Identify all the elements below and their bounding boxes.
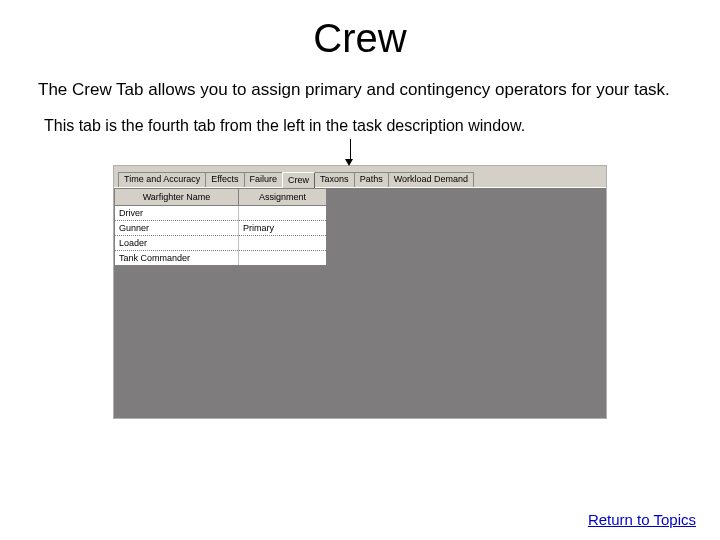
table-row: Driver — [115, 206, 327, 221]
cell-assignment[interactable]: Primary — [239, 221, 327, 236]
tab-time-and-accuracy[interactable]: Time and Accuracy — [118, 172, 206, 187]
tab-taxons[interactable]: Taxons — [314, 172, 355, 187]
crew-grid: Warfighter Name Assignment Driver Gunner… — [114, 188, 327, 266]
sub-text: This tab is the fourth tab from the left… — [0, 111, 720, 141]
cell-name[interactable]: Tank Commander — [115, 251, 239, 266]
tab-workload-demand[interactable]: Workload Demand — [388, 172, 474, 187]
cell-assignment[interactable] — [239, 251, 327, 266]
cell-assignment[interactable] — [239, 236, 327, 251]
table-row: Tank Commander — [115, 251, 327, 266]
tab-paths[interactable]: Paths — [354, 172, 389, 187]
cell-assignment[interactable] — [239, 206, 327, 221]
return-to-topics-link[interactable]: Return to Topics — [588, 511, 696, 528]
col-header-name[interactable]: Warfighter Name — [115, 189, 239, 206]
cell-name[interactable]: Gunner — [115, 221, 239, 236]
tab-strip: Time and Accuracy Effects Failure Crew T… — [114, 166, 606, 188]
tab-effects[interactable]: Effects — [205, 172, 244, 187]
cell-name[interactable]: Driver — [115, 206, 239, 221]
table-row: Gunner Primary — [115, 221, 327, 236]
tab-pane: Warfighter Name Assignment Driver Gunner… — [114, 188, 606, 418]
tab-failure[interactable]: Failure — [244, 172, 284, 187]
pointer-arrow — [0, 141, 720, 165]
task-description-window: Time and Accuracy Effects Failure Crew T… — [113, 165, 607, 419]
cell-name[interactable]: Loader — [115, 236, 239, 251]
page-title: Crew — [0, 0, 720, 79]
table-row: Loader — [115, 236, 327, 251]
intro-text: The Crew Tab allows you to assign primar… — [0, 79, 720, 111]
col-header-assignment[interactable]: Assignment — [239, 189, 327, 206]
tab-crew[interactable]: Crew — [282, 172, 315, 188]
